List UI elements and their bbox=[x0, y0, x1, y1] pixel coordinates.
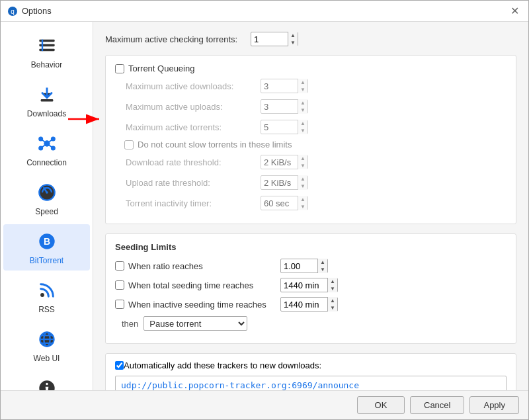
spinbox-up: ▲ bbox=[298, 99, 307, 106]
download-rate-threshold-row: Download rate threshold: ▲ ▼ bbox=[115, 154, 507, 170]
when-ratio-checkbox[interactable] bbox=[115, 261, 124, 271]
upload-rate-threshold-label: Upload rate threshold: bbox=[115, 178, 261, 188]
sidebar-item-downloads[interactable]: Downloads bbox=[3, 77, 90, 124]
ok-button[interactable]: OK bbox=[357, 396, 405, 414]
spinbox-down[interactable]: ▼ bbox=[328, 304, 337, 312]
trackers-label[interactable]: Automatically add these trackers to new … bbox=[124, 360, 321, 370]
when-total-seeding-input[interactable] bbox=[281, 278, 327, 292]
webui-icon bbox=[35, 327, 59, 351]
upload-rate-threshold-row: Upload rate threshold: ▲ ▼ bbox=[115, 175, 507, 190]
max-torrents-spinbox: ▲ ▼ bbox=[261, 120, 308, 134]
svg-text:B: B bbox=[43, 236, 50, 247]
download-rate-input bbox=[261, 155, 298, 169]
inactivity-timer-input bbox=[261, 196, 298, 210]
sidebar-item-advanced[interactable]: Advanced bbox=[3, 371, 90, 390]
sidebar-item-speed[interactable]: Speed bbox=[3, 175, 90, 222]
sidebar: Behavior Downloads bbox=[1, 22, 93, 390]
sidebar-label-connection: Connection bbox=[26, 158, 67, 167]
max-torrents-row: Maximum active torrents: ▲ ▼ bbox=[115, 119, 507, 135]
spinbox-down[interactable]: ▼ bbox=[318, 266, 327, 273]
sidebar-label-behavior: Behavior bbox=[31, 60, 62, 69]
sidebar-item-webui[interactable]: Web UI bbox=[3, 322, 90, 368]
dialog-title: Options bbox=[22, 6, 508, 16]
when-inactive-seeding-spinbox[interactable]: ▲ ▼ bbox=[280, 297, 338, 312]
sidebar-item-rss[interactable]: RSS bbox=[3, 273, 90, 319]
spinbox-up: ▲ bbox=[298, 196, 307, 203]
spinbox-up: ▲ bbox=[298, 155, 307, 162]
svg-rect-8 bbox=[40, 99, 53, 102]
when-ratio-input[interactable] bbox=[281, 259, 317, 273]
when-inactive-seeding-input[interactable] bbox=[281, 298, 327, 311]
behavior-icon bbox=[35, 34, 59, 58]
torrent-queueing-label[interactable]: Torrent Queueing bbox=[128, 63, 194, 73]
close-button[interactable]: ✕ bbox=[508, 5, 522, 17]
spinbox-up: ▲ bbox=[298, 175, 307, 183]
downloads-icon bbox=[35, 83, 59, 106]
when-total-seeding-row: When total seeding time reaches ▲ ▼ bbox=[115, 278, 507, 292]
when-inactive-seeding-label[interactable]: When inactive seeding time reaches bbox=[128, 300, 280, 310]
max-active-checking-row: Maximum active checking torrents: ▲ ▼ bbox=[105, 31, 516, 47]
bottom-bar: OK Cancel Apply bbox=[1, 390, 528, 419]
max-torrents-input bbox=[261, 120, 298, 134]
spinbox-up[interactable]: ▲ bbox=[328, 278, 337, 285]
seeding-limits-title: Seeding Limits bbox=[115, 242, 507, 252]
then-action-dropdown[interactable]: Pause torrent Remove torrent Enable supe… bbox=[143, 316, 247, 331]
main-panel: Maximum active checking torrents: ▲ ▼ To… bbox=[93, 22, 528, 390]
trackers-textarea[interactable]: udp://public.popcorn-tracker.org:6969/an… bbox=[115, 376, 507, 390]
sidebar-item-behavior[interactable]: Behavior bbox=[3, 28, 90, 75]
sidebar-label-webui: Web UI bbox=[34, 354, 60, 363]
when-ratio-spinbox[interactable]: ▲ ▼ bbox=[280, 259, 328, 273]
max-uploads-spinbox: ▲ ▼ bbox=[261, 99, 308, 114]
when-total-seeding-checkbox[interactable] bbox=[115, 280, 124, 290]
advanced-icon bbox=[35, 376, 59, 390]
when-total-seeding-label[interactable]: When total seeding time reaches bbox=[128, 280, 280, 290]
max-active-checking-spinbox[interactable]: ▲ ▼ bbox=[251, 32, 298, 46]
svg-rect-4 bbox=[39, 40, 54, 42]
then-label: then bbox=[122, 319, 138, 329]
spinbox-up[interactable]: ▲ bbox=[288, 32, 298, 39]
max-downloads-label: Maximum active downloads: bbox=[115, 81, 261, 91]
sidebar-item-bittorrent[interactable]: B BitTorrent bbox=[3, 224, 90, 271]
cancel-button[interactable]: Cancel bbox=[410, 396, 464, 414]
spinbox-down[interactable]: ▼ bbox=[328, 285, 337, 292]
torrent-queueing-row: Torrent Queueing bbox=[115, 63, 507, 73]
when-ratio-label[interactable]: When ratio reaches bbox=[128, 261, 280, 271]
max-active-checking-input[interactable] bbox=[251, 32, 288, 46]
when-inactive-seeding-checkbox[interactable] bbox=[115, 300, 124, 309]
max-downloads-spinbox: ▲ ▼ bbox=[261, 79, 308, 93]
spinbox-down[interactable]: ▼ bbox=[288, 39, 298, 46]
speed-icon bbox=[35, 181, 59, 204]
do-not-count-slow-label: Do not count slow torrents in these limi… bbox=[138, 140, 292, 149]
spinbox-up: ▲ bbox=[298, 120, 307, 127]
when-ratio-row: When ratio reaches ▲ ▼ bbox=[115, 259, 507, 273]
apply-button[interactable]: Apply bbox=[469, 396, 519, 414]
svg-point-19 bbox=[46, 191, 48, 194]
do-not-count-slow-row: Do not count slow torrents in these limi… bbox=[115, 140, 507, 149]
sidebar-label-bittorrent: BitTorrent bbox=[30, 256, 63, 265]
bittorrent-icon: B bbox=[35, 230, 59, 253]
download-rate-threshold-label: Download rate threshold: bbox=[115, 157, 261, 167]
inactivity-timer-row: Torrent inactivity timer: ▲ ▼ bbox=[115, 195, 507, 211]
svg-text:q: q bbox=[11, 8, 15, 15]
svg-rect-6 bbox=[39, 49, 54, 52]
max-downloads-row: Maximum active downloads: ▲ ▼ bbox=[115, 78, 507, 94]
when-total-seeding-spinbox[interactable]: ▲ ▼ bbox=[280, 278, 338, 292]
trackers-checkbox-row: Automatically add these trackers to new … bbox=[115, 360, 507, 370]
spinbox-buttons[interactable]: ▲ ▼ bbox=[288, 32, 298, 46]
torrent-queueing-checkbox[interactable] bbox=[115, 64, 124, 73]
inactivity-timer-spinbox: ▲ ▼ bbox=[261, 196, 308, 210]
spinbox-down: ▼ bbox=[298, 183, 307, 190]
max-uploads-spinbox-btns: ▲ ▼ bbox=[298, 99, 307, 114]
app-icon: q bbox=[7, 6, 18, 17]
max-downloads-spinbox-btns: ▲ ▼ bbox=[298, 79, 307, 93]
trackers-checkbox[interactable] bbox=[115, 361, 124, 370]
inactivity-timer-label: Torrent inactivity timer: bbox=[115, 198, 261, 208]
sidebar-item-connection[interactable]: Connection bbox=[3, 126, 90, 173]
sidebar-label-rss: RSS bbox=[38, 305, 55, 314]
spinbox-up[interactable]: ▲ bbox=[318, 259, 327, 266]
spinbox-down: ▼ bbox=[298, 106, 307, 114]
when-inactive-seeding-row: When inactive seeding time reaches ▲ ▼ bbox=[115, 297, 507, 312]
spinbox-down: ▼ bbox=[298, 162, 307, 169]
spinbox-up[interactable]: ▲ bbox=[328, 297, 337, 304]
title-bar: q Options ✕ bbox=[1, 1, 528, 22]
